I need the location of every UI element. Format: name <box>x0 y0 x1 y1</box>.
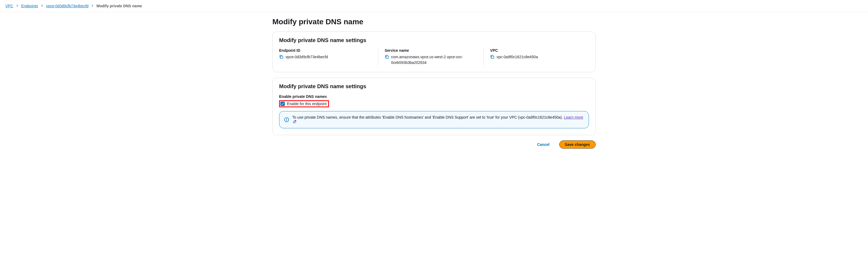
checkbox-enable-endpoint[interactable] <box>280 102 285 106</box>
breadcrumb-current: Modify private DNS name <box>96 4 142 8</box>
button-row: Cancel Save changes <box>272 141 596 149</box>
checkbox-label: Enable for this endpoint <box>287 102 327 106</box>
chevron-right-icon <box>16 4 19 8</box>
panel-settings-form: Modify private DNS name settings Enable … <box>272 78 596 135</box>
save-changes-button[interactable]: Save changes <box>559 141 596 149</box>
label-service-name: Service name <box>385 48 477 53</box>
panel-settings-info: Modify private DNS name settings Endpoin… <box>272 32 596 72</box>
info-message: To use private DNS names, ensure that th… <box>292 115 564 119</box>
info-box: To use private DNS names, ensure that th… <box>279 111 589 128</box>
copy-icon[interactable] <box>385 55 389 59</box>
copy-icon[interactable] <box>490 55 494 59</box>
value-endpoint-id: vpce-0d3d9cfb73e4becfd <box>285 54 328 60</box>
copy-icon[interactable] <box>279 55 283 59</box>
label-endpoint-id: Endpoint ID <box>279 48 372 53</box>
info-icon <box>284 117 289 122</box>
value-service-name: com.amazonaws.vpce.us-west-2.vpce-svc-0c… <box>391 54 477 65</box>
svg-point-4 <box>286 118 287 119</box>
value-vpc: vpc-0a9f0c1621c8e450a <box>496 54 538 60</box>
breadcrumb-link-endpoint-id[interactable]: vpce-0d3d9cfb73e4becfd <box>46 4 88 8</box>
breadcrumb-link-vpc[interactable]: VPC <box>5 4 13 8</box>
cancel-button[interactable]: Cancel <box>532 141 555 149</box>
svg-rect-1 <box>386 56 389 59</box>
breadcrumb: VPC Endpoints vpce-0d3d9cfb73e4becfd Mod… <box>0 0 868 12</box>
panel-title: Modify private DNS name settings <box>279 83 589 90</box>
chevron-right-icon <box>41 4 43 8</box>
checkbox-highlight: Enable for this endpoint <box>279 100 329 107</box>
info-text: To use private DNS names, ensure that th… <box>292 115 584 124</box>
label-enable-private-dns: Enable private DNS names <box>279 94 589 99</box>
external-link-icon <box>293 120 297 124</box>
panel-title: Modify private DNS name settings <box>279 37 589 43</box>
chevron-right-icon <box>91 4 94 8</box>
breadcrumb-link-endpoints[interactable]: Endpoints <box>21 4 38 8</box>
page-title: Modify private DNS name <box>272 18 596 26</box>
svg-rect-2 <box>491 56 494 59</box>
svg-rect-5 <box>286 119 287 121</box>
label-vpc: VPC <box>490 48 583 53</box>
svg-rect-0 <box>280 56 283 59</box>
